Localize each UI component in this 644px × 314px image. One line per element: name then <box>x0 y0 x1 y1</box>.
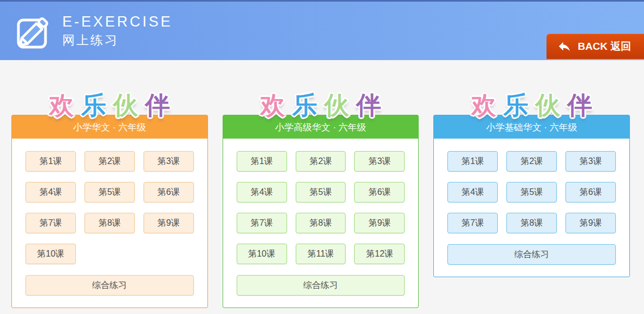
app-header: E-EXERCISE 网上练习 BACK 返回 <box>0 0 644 60</box>
brand-logo-char: 伙 <box>113 91 145 119</box>
app-title-en: E-EXERCISE <box>62 14 173 30</box>
lesson-button[interactable]: 第1课 <box>447 151 498 172</box>
lesson-button[interactable]: 第8课 <box>506 213 557 233</box>
card-title: 小学华文 · 六年级 <box>73 122 146 133</box>
lesson-button[interactable]: 第6课 <box>144 182 194 202</box>
back-button[interactable]: BACK 返回 <box>547 34 644 59</box>
course-card: 小学华文 · 六年级 第1课第2课第3课第4课第5课第6课第7课第8课第9课第1… <box>11 115 208 308</box>
practice-button[interactable]: 综合练习 <box>237 275 405 296</box>
brand-logo-char: 伴 <box>145 91 177 119</box>
lesson-button[interactable]: 第6课 <box>354 182 405 202</box>
lesson-button[interactable]: 第3课 <box>144 151 194 172</box>
brand-logo: 欢乐伙伴 <box>433 91 630 119</box>
app-title-zh: 网上练习 <box>62 32 173 48</box>
lesson-grid: 第1课第2课第3课第4课第5课第6课第7课第8课第9课 <box>447 151 616 233</box>
brand-logo-char: 乐 <box>292 91 324 119</box>
lesson-button[interactable]: 第5课 <box>296 182 346 202</box>
practice-button[interactable]: 综合练习 <box>447 244 616 265</box>
lesson-button[interactable]: 第1课 <box>25 151 76 172</box>
brand-logo-char: 伴 <box>567 91 599 119</box>
brand-logo-char: 乐 <box>81 91 113 119</box>
lesson-button[interactable]: 第9课 <box>354 213 405 233</box>
card-title: 小学基础华文 · 六年级 <box>486 122 577 133</box>
course-column: 欢乐伙伴 小学华文 · 六年级 第1课第2课第3课第4课第5课第6课第7课第8课… <box>11 91 208 308</box>
lesson-button[interactable]: 第3课 <box>354 151 405 172</box>
lesson-button[interactable]: 第2课 <box>296 151 346 172</box>
lesson-button[interactable]: 第10课 <box>25 244 76 264</box>
lesson-button[interactable]: 第1课 <box>237 151 287 172</box>
lesson-grid: 第1课第2课第3课第4课第5课第6课第7课第8课第9课第10课第11课第12课 <box>237 151 405 264</box>
back-label: BACK 返回 <box>578 40 631 54</box>
card-body: 第1课第2课第3课第4课第5课第6课第7课第8课第9课第10课第11课第12课 … <box>223 139 419 308</box>
lesson-button[interactable]: 第4课 <box>447 182 498 202</box>
lesson-button[interactable]: 第2课 <box>84 151 135 172</box>
course-card: 小学高级华文 · 六年级 第1课第2课第3课第4课第5课第6课第7课第8课第9课… <box>223 115 419 308</box>
lesson-button[interactable]: 第6课 <box>565 182 616 202</box>
course-card: 小学基础华文 · 六年级 第1课第2课第3课第4课第5课第6课第7课第8课第9课… <box>433 115 630 277</box>
course-column: 欢乐伙伴 小学高级华文 · 六年级 第1课第2课第3课第4课第5课第6课第7课第… <box>223 91 419 308</box>
lesson-grid: 第1课第2课第3课第4课第5课第6课第7课第8课第9课第10课 <box>25 151 194 264</box>
lesson-button[interactable]: 第2课 <box>506 151 557 172</box>
pencil-icon <box>16 14 50 49</box>
lesson-button[interactable]: 第5课 <box>84 182 135 202</box>
brand-logo-char: 乐 <box>503 91 535 119</box>
lesson-button[interactable]: 第12课 <box>354 244 405 264</box>
brand-logo-char: 伙 <box>324 91 356 119</box>
lesson-button[interactable]: 第11课 <box>296 244 346 264</box>
lesson-button[interactable]: 第7课 <box>237 213 287 233</box>
lesson-button[interactable]: 第4课 <box>237 182 287 202</box>
brand-logo-char: 伙 <box>535 91 567 119</box>
lesson-button[interactable]: 第9课 <box>565 213 616 233</box>
brand-logo-char: 欢 <box>49 91 81 119</box>
app-title-block: E-EXERCISE 网上练习 <box>62 14 173 48</box>
lesson-button[interactable]: 第9课 <box>144 213 194 233</box>
lesson-button[interactable]: 第7课 <box>25 213 76 233</box>
back-arrow-icon <box>556 39 573 54</box>
brand-logo-char: 欢 <box>261 91 292 119</box>
cards-row: 欢乐伙伴 小学华文 · 六年级 第1课第2课第3课第4课第5课第6课第7课第8课… <box>0 60 644 308</box>
lesson-button[interactable]: 第8课 <box>84 213 135 233</box>
lesson-button[interactable]: 第3课 <box>565 151 616 172</box>
card-body: 第1课第2课第3课第4课第5课第6课第7课第8课第9课第10课 综合练习 <box>12 139 207 308</box>
course-column: 欢乐伙伴 小学基础华文 · 六年级 第1课第2课第3课第4课第5课第6课第7课第… <box>433 91 630 308</box>
lesson-button[interactable]: 第4课 <box>25 182 76 202</box>
card-body: 第1课第2课第3课第4课第5课第6课第7课第8课第9课 综合练习 <box>434 139 629 277</box>
practice-button[interactable]: 综合练习 <box>25 275 194 296</box>
brand-logo: 欢乐伙伴 <box>11 91 208 119</box>
card-title: 小学高级华文 · 六年级 <box>275 122 366 133</box>
brand-logo: 欢乐伙伴 <box>223 91 419 119</box>
brand-logo-char: 伴 <box>356 91 388 119</box>
lesson-button[interactable]: 第5课 <box>506 182 557 202</box>
lesson-button[interactable]: 第7课 <box>447 213 498 233</box>
lesson-button[interactable]: 第8课 <box>296 213 346 233</box>
brand-logo-char: 欢 <box>471 91 503 119</box>
lesson-button[interactable]: 第10课 <box>237 244 287 264</box>
